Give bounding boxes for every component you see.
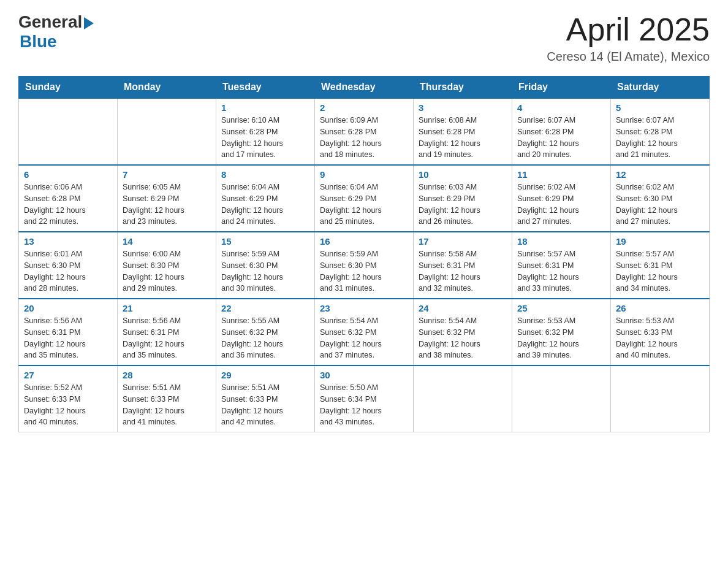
day-cell: 17Sunrise: 5:58 AM Sunset: 6:31 PM Dayli… bbox=[414, 232, 512, 299]
day-info: Sunrise: 5:51 AM Sunset: 6:33 PM Dayligh… bbox=[123, 382, 211, 428]
day-info: Sunrise: 5:59 AM Sunset: 6:30 PM Dayligh… bbox=[221, 248, 309, 294]
day-number: 8 bbox=[221, 169, 309, 180]
day-cell: 5Sunrise: 6:07 AM Sunset: 6:28 PM Daylig… bbox=[611, 98, 710, 165]
day-number: 18 bbox=[517, 236, 605, 247]
day-number: 12 bbox=[616, 169, 704, 180]
day-cell bbox=[512, 366, 611, 432]
day-cell: 28Sunrise: 5:51 AM Sunset: 6:33 PM Dayli… bbox=[118, 366, 216, 432]
day-info: Sunrise: 6:01 AM Sunset: 6:30 PM Dayligh… bbox=[24, 248, 112, 294]
day-info: Sunrise: 6:10 AM Sunset: 6:28 PM Dayligh… bbox=[221, 115, 309, 161]
day-number: 21 bbox=[123, 303, 211, 313]
day-info: Sunrise: 5:59 AM Sunset: 6:30 PM Dayligh… bbox=[320, 248, 408, 294]
day-number: 24 bbox=[419, 303, 507, 313]
day-info: Sunrise: 5:58 AM Sunset: 6:31 PM Dayligh… bbox=[419, 248, 507, 294]
calendar-subtitle: Cereso 14 (El Amate), Mexico bbox=[547, 50, 710, 64]
calendar-title: April 2025 bbox=[547, 12, 710, 47]
day-number: 3 bbox=[419, 102, 507, 113]
day-info: Sunrise: 5:55 AM Sunset: 6:32 PM Dayligh… bbox=[221, 315, 309, 361]
day-info: Sunrise: 5:56 AM Sunset: 6:31 PM Dayligh… bbox=[123, 315, 211, 361]
day-info: Sunrise: 6:02 AM Sunset: 6:30 PM Dayligh… bbox=[616, 182, 704, 228]
calendar-table: Sunday Monday Tuesday Wednesday Thursday… bbox=[18, 76, 710, 432]
day-info: Sunrise: 6:05 AM Sunset: 6:29 PM Dayligh… bbox=[123, 182, 211, 228]
day-cell: 20Sunrise: 5:56 AM Sunset: 6:31 PM Dayli… bbox=[19, 299, 118, 366]
day-info: Sunrise: 6:00 AM Sunset: 6:30 PM Dayligh… bbox=[123, 248, 211, 294]
day-info: Sunrise: 5:52 AM Sunset: 6:33 PM Dayligh… bbox=[24, 382, 112, 428]
day-number: 1 bbox=[221, 102, 309, 113]
day-info: Sunrise: 6:08 AM Sunset: 6:28 PM Dayligh… bbox=[419, 115, 507, 161]
header-row: Sunday Monday Tuesday Wednesday Thursday… bbox=[19, 77, 710, 99]
day-cell: 15Sunrise: 5:59 AM Sunset: 6:30 PM Dayli… bbox=[216, 232, 315, 299]
header-wednesday: Wednesday bbox=[315, 77, 414, 99]
page-header: General Blue April 2025 Cereso 14 (El Am… bbox=[18, 12, 710, 64]
logo-blue-text: Blue bbox=[20, 32, 57, 52]
week-row-2: 6Sunrise: 6:06 AM Sunset: 6:28 PM Daylig… bbox=[19, 165, 710, 232]
day-cell: 10Sunrise: 6:03 AM Sunset: 6:29 PM Dayli… bbox=[414, 165, 512, 232]
day-cell: 25Sunrise: 5:53 AM Sunset: 6:32 PM Dayli… bbox=[512, 299, 611, 366]
day-info: Sunrise: 5:51 AM Sunset: 6:33 PM Dayligh… bbox=[221, 382, 309, 428]
header-friday: Friday bbox=[512, 77, 611, 99]
week-row-5: 27Sunrise: 5:52 AM Sunset: 6:33 PM Dayli… bbox=[19, 366, 710, 432]
day-cell: 1Sunrise: 6:10 AM Sunset: 6:28 PM Daylig… bbox=[216, 98, 315, 165]
header-monday: Monday bbox=[118, 77, 216, 99]
day-info: Sunrise: 6:07 AM Sunset: 6:28 PM Dayligh… bbox=[517, 115, 605, 161]
day-cell: 12Sunrise: 6:02 AM Sunset: 6:30 PM Dayli… bbox=[611, 165, 710, 232]
day-info: Sunrise: 5:54 AM Sunset: 6:32 PM Dayligh… bbox=[419, 315, 507, 361]
day-number: 14 bbox=[123, 236, 211, 247]
week-row-1: 1Sunrise: 6:10 AM Sunset: 6:28 PM Daylig… bbox=[19, 98, 710, 165]
day-number: 25 bbox=[517, 303, 605, 313]
day-cell: 2Sunrise: 6:09 AM Sunset: 6:28 PM Daylig… bbox=[315, 98, 414, 165]
day-info: Sunrise: 6:04 AM Sunset: 6:29 PM Dayligh… bbox=[320, 182, 408, 228]
day-number: 13 bbox=[24, 236, 112, 247]
day-cell: 26Sunrise: 5:53 AM Sunset: 6:33 PM Dayli… bbox=[611, 299, 710, 366]
header-thursday: Thursday bbox=[414, 77, 512, 99]
day-info: Sunrise: 5:50 AM Sunset: 6:34 PM Dayligh… bbox=[320, 382, 408, 428]
day-info: Sunrise: 5:53 AM Sunset: 6:32 PM Dayligh… bbox=[517, 315, 605, 361]
day-info: Sunrise: 5:56 AM Sunset: 6:31 PM Dayligh… bbox=[24, 315, 112, 361]
day-cell bbox=[118, 98, 216, 165]
day-cell: 8Sunrise: 6:04 AM Sunset: 6:29 PM Daylig… bbox=[216, 165, 315, 232]
day-number: 4 bbox=[517, 102, 605, 113]
day-cell bbox=[19, 98, 118, 165]
day-cell: 21Sunrise: 5:56 AM Sunset: 6:31 PM Dayli… bbox=[118, 299, 216, 366]
day-number: 2 bbox=[320, 102, 408, 113]
day-cell bbox=[414, 366, 512, 432]
day-number: 19 bbox=[616, 236, 704, 247]
day-cell: 29Sunrise: 5:51 AM Sunset: 6:33 PM Dayli… bbox=[216, 366, 315, 432]
day-number: 23 bbox=[320, 303, 408, 313]
day-info: Sunrise: 6:07 AM Sunset: 6:28 PM Dayligh… bbox=[616, 115, 704, 161]
day-number: 28 bbox=[123, 370, 211, 380]
day-cell: 24Sunrise: 5:54 AM Sunset: 6:32 PM Dayli… bbox=[414, 299, 512, 366]
day-cell: 9Sunrise: 6:04 AM Sunset: 6:29 PM Daylig… bbox=[315, 165, 414, 232]
title-section: April 2025 Cereso 14 (El Amate), Mexico bbox=[547, 12, 710, 64]
day-info: Sunrise: 6:06 AM Sunset: 6:28 PM Dayligh… bbox=[24, 182, 112, 228]
day-cell: 30Sunrise: 5:50 AM Sunset: 6:34 PM Dayli… bbox=[315, 366, 414, 432]
day-number: 27 bbox=[24, 370, 112, 380]
day-info: Sunrise: 5:57 AM Sunset: 6:31 PM Dayligh… bbox=[517, 248, 605, 294]
header-sunday: Sunday bbox=[19, 77, 118, 99]
logo-general-text: General bbox=[18, 12, 82, 32]
day-info: Sunrise: 6:04 AM Sunset: 6:29 PM Dayligh… bbox=[221, 182, 309, 228]
day-cell: 22Sunrise: 5:55 AM Sunset: 6:32 PM Dayli… bbox=[216, 299, 315, 366]
week-row-3: 13Sunrise: 6:01 AM Sunset: 6:30 PM Dayli… bbox=[19, 232, 710, 299]
day-cell: 11Sunrise: 6:02 AM Sunset: 6:29 PM Dayli… bbox=[512, 165, 611, 232]
header-tuesday: Tuesday bbox=[216, 77, 315, 99]
day-number: 7 bbox=[123, 169, 211, 180]
day-number: 20 bbox=[24, 303, 112, 313]
day-info: Sunrise: 6:03 AM Sunset: 6:29 PM Dayligh… bbox=[419, 182, 507, 228]
day-number: 30 bbox=[320, 370, 408, 380]
day-number: 29 bbox=[221, 370, 309, 380]
day-number: 22 bbox=[221, 303, 309, 313]
day-number: 26 bbox=[616, 303, 704, 313]
day-number: 5 bbox=[616, 102, 704, 113]
day-number: 16 bbox=[320, 236, 408, 247]
day-cell: 4Sunrise: 6:07 AM Sunset: 6:28 PM Daylig… bbox=[512, 98, 611, 165]
day-number: 10 bbox=[419, 169, 507, 180]
day-cell: 13Sunrise: 6:01 AM Sunset: 6:30 PM Dayli… bbox=[19, 232, 118, 299]
day-cell: 27Sunrise: 5:52 AM Sunset: 6:33 PM Dayli… bbox=[19, 366, 118, 432]
day-cell: 19Sunrise: 5:57 AM Sunset: 6:31 PM Dayli… bbox=[611, 232, 710, 299]
day-cell: 14Sunrise: 6:00 AM Sunset: 6:30 PM Dayli… bbox=[118, 232, 216, 299]
day-info: Sunrise: 5:57 AM Sunset: 6:31 PM Dayligh… bbox=[616, 248, 704, 294]
day-info: Sunrise: 5:53 AM Sunset: 6:33 PM Dayligh… bbox=[616, 315, 704, 361]
day-cell: 7Sunrise: 6:05 AM Sunset: 6:29 PM Daylig… bbox=[118, 165, 216, 232]
day-number: 11 bbox=[517, 169, 605, 180]
